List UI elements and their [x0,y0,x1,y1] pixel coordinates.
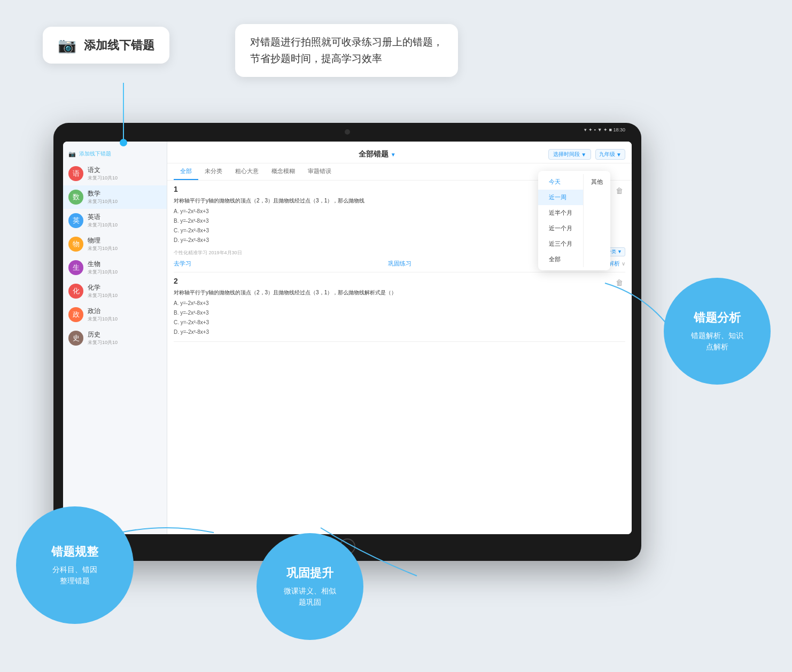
sidebar-item-biology[interactable]: 生 生物 未复习10共10 [63,256,167,279]
bubble-organize-desc: 分科目、错因 整理错题 [52,564,97,587]
dropdown-week[interactable]: 近一周 [538,190,583,205]
subject-icon-politics: 政 [68,307,83,322]
main-area: 全部错题 ▼ 选择时间段 ▼ 九年级 ▼ 全部 未分类 [167,142,632,534]
bubble-analysis-title: 错题分析 [694,310,741,326]
sidebar-header-text: 添加线下错题 [79,150,111,158]
bubble-analysis: 错题分析 错题解析、知识 点解析 [664,278,771,385]
dropdown-today[interactable]: 今天 [538,174,583,190]
dropdown-halfmonth[interactable]: 近半个月 [538,205,583,221]
bubble-consolidate-desc: 微课讲义、相似 题巩固 [284,585,336,608]
sidebar-item-english[interactable]: 英 英语 未复习10共10 [63,209,167,232]
callout-add-offline: 📷 添加线下错题 [43,27,169,64]
subject-icon-english: 英 [68,213,83,228]
tab-concept[interactable]: 概念模糊 [265,163,301,180]
q1-num: 1 [174,185,178,193]
dropdown-threemonth[interactable]: 近三个月 [538,236,583,252]
question-2: 2 🗑 对称轴平行于y轴的抛物线的顶点（2，3）且抛物线经过点（3，1），那么抛… [174,277,625,342]
header-right: 选择时间段 ▼ 九年级 ▼ [548,149,625,160]
sidebar-item-history[interactable]: 史 历史 未复习10共10 [63,326,167,350]
subject-icon-physics: 物 [68,237,83,252]
q1-study-btn[interactable]: 去学习 [174,260,191,268]
connector-line [123,83,124,142]
grade-select-arrow-icon: ▼ [616,152,622,158]
subject-icon-chinese: 语 [68,166,83,181]
q1-analysis-group: 解析 ∨ [608,260,625,268]
sidebar-camera-icon: 📷 [68,151,76,158]
q2-option-d: D. y=-2x²-8x+3 [174,327,625,337]
status-icons: ▾ ✦ ▪ [584,127,595,132]
dropdown-all[interactable]: 全部 [538,252,583,267]
q1-practice-btn[interactable]: 巩固练习 [388,260,411,268]
sidebar-item-chinese[interactable]: 语 语文 未复习10共10 [63,162,167,185]
grade-select-btn[interactable]: 九年级 ▼ [595,149,625,160]
bubble-analysis-desc: 错题解析、知识 点解析 [691,330,743,353]
q2-option-c: C. y=-2x²-8x+3 [174,318,625,327]
dropdown-arrow-icon: ▼ [391,152,396,158]
callout-desc-box: 对错题进行拍照就可收录练习册上的错题， 节省抄题时间，提高学习效率 [235,24,458,77]
tab-all[interactable]: 全部 [174,163,198,180]
bubble-consolidate: 巩固提升 微课讲义、相似 题巩固 [257,533,363,640]
tablet-screen: 📷 添加线下错题 语 语文 未复习10共10 数 数学 未复习10共10 英 [63,142,632,534]
tab-misread[interactable]: 审题错误 [301,163,338,180]
q2-option-a: A. y=-2x²-8x+3 [174,299,625,308]
sidebar-item-math[interactable]: 数 数学 未复习10共10 [63,185,167,209]
status-bar: ▾ ✦ ▪ ▼ ✦ ■ 18:30 [584,127,625,132]
sidebar-item-physics[interactable]: 物 物理 未复习10共10 [63,232,167,256]
q2-text: 对称轴平行于y轴的抛物线的顶点（2，3）且抛物线经过点（3，1），那么抛物线解析… [174,288,625,296]
tab-unclassified[interactable]: 未分类 [198,163,229,180]
subject-info-biology: 生物 未复习10共10 [88,260,161,276]
subject-info-math: 数学 未复习10共10 [88,189,161,205]
time-dropdown: 今天 近一周 近半个月 近一个月 近三个月 全部 其他 [538,171,610,270]
sidebar-item-chemistry[interactable]: 化 化学 未复习10共10 [63,279,167,303]
tablet-camera [345,129,350,135]
q1-delete-icon[interactable]: 🗑 [614,185,625,197]
dropdown-month[interactable]: 近一个月 [538,221,583,236]
subject-icon-chemistry: 化 [68,284,83,299]
q2-option-b: B. y=-2x²-8x+3 [174,308,625,318]
subject-icon-history: 史 [68,331,83,346]
dropdown-other-btn[interactable]: 其他 [591,178,603,186]
subject-info-physics: 物理 未复习10共10 [88,236,161,252]
subject-info-chemistry: 化学 未复习10共10 [88,283,161,299]
connector-dot [120,139,127,146]
sidebar: 📷 添加线下错题 语 语文 未复习10共10 数 数学 未复习10共10 英 [63,142,167,534]
q1-analysis-arrow-icon: ∨ [622,261,625,267]
sidebar-header[interactable]: 📷 添加线下错题 [63,146,167,162]
subject-info-chinese: 语文 未复习10共10 [88,166,161,182]
q1-meta: 个性化精准学习 2019年4月30日 [174,249,242,256]
subject-icon-math: 数 [68,190,83,205]
subject-info-english: 英语 未复习10共10 [88,213,161,229]
q2-delete-icon[interactable]: 🗑 [614,277,625,288]
time-select-btn[interactable]: 选择时间段 ▼ [548,149,591,160]
tablet: ▾ ✦ ▪ ▼ ✦ ■ 18:30 📷 添加线下错题 语 语文 未复习10共10… [53,123,641,561]
q2-num: 2 [174,277,178,285]
bubble-consolidate-title: 巩固提升 [286,565,333,581]
dropdown-main-col: 今天 近一周 近半个月 近一个月 近三个月 全部 [538,174,583,267]
subject-icon-biology: 生 [68,260,83,275]
header-title: 全部错题 ▼ [359,150,396,159]
dropdown-header-row: 今天 近一周 近半个月 近一个月 近三个月 全部 其他 [538,174,610,267]
camera-icon: 📷 [58,36,76,54]
tab-careless[interactable]: 粗心大意 [229,163,265,180]
dropdown-other-col: 其他 [583,174,610,267]
bubble-organize-title: 错题规整 [51,544,98,560]
sidebar-item-politics[interactable]: 政 政治 未复习10共10 [63,303,167,326]
subject-info-politics: 政治 未复习10共10 [88,307,161,323]
status-time: ▼ ✦ ■ 18:30 [597,127,625,132]
bubble-organize: 错题规整 分科目、错因 整理错题 [16,506,134,624]
time-select-arrow-icon: ▼ [581,152,586,158]
callout-desc-text: 对错题进行拍照就可收录练习册上的错题， 节省抄题时间，提高学习效率 [250,36,443,64]
callout-add-offline-text: 添加线下错题 [84,37,154,53]
main-header: 全部错题 ▼ 选择时间段 ▼ 九年级 ▼ [167,142,632,163]
subject-info-history: 历史 未复习10共10 [88,330,161,346]
